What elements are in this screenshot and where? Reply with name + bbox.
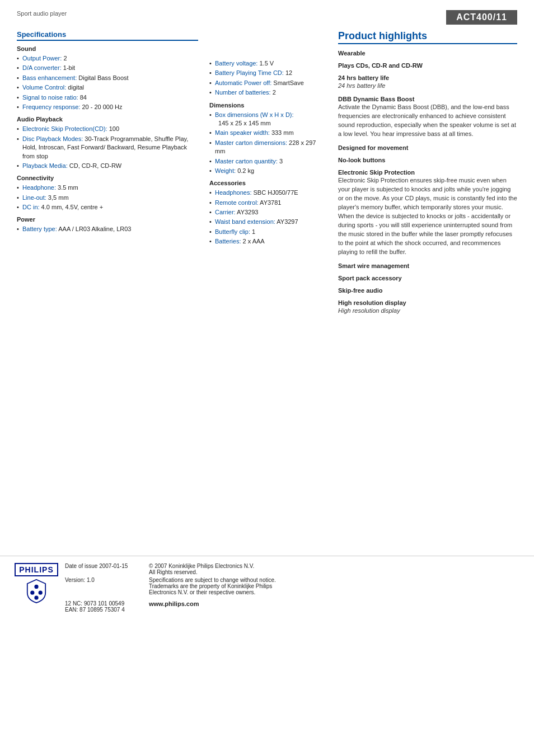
list-item: Headphone: 3.5 mm	[17, 184, 198, 192]
highlight-wire: Smart wire management	[338, 262, 517, 269]
footer-version-label: Version: 1.0	[65, 577, 143, 595]
list-item: Battery Playing Time CD: 12	[209, 69, 321, 77]
list-item: Weight: 0.2 kg	[209, 167, 321, 175]
highlight-hires: High resolution display High resolution …	[338, 299, 517, 315]
highlight-esp: Electronic Skip Protection Electronic Sk…	[338, 169, 517, 256]
highlight-heading: Designed for movement	[338, 144, 517, 151]
list-item: Master carton dimensions: 228 x 297 mm	[209, 139, 321, 156]
list-item: Volume Control: digital	[17, 83, 198, 92]
highlight-heading: Wearable	[338, 50, 517, 57]
accessories-list: Headphones: SBC HJ050/77E Remote control…	[209, 189, 321, 246]
philips-wordmark: PHILIPS	[15, 563, 58, 576]
highlight-heading: No-look buttons	[338, 157, 517, 163]
list-item: D/A converter: 1-bit	[17, 64, 198, 72]
audio-playback-title: Audio Playback	[17, 116, 198, 123]
list-item: Remote control: AY3781	[209, 199, 321, 207]
list-item: Battery voltage: 1.5 V	[209, 59, 321, 68]
list-item: Batteries: 2 x AAA	[209, 237, 321, 246]
page-container: Sport audio player ACT400/11 Specificati…	[0, 0, 534, 756]
footer-logo: PHILIPS	[17, 563, 56, 604]
highlight-heading: Skip-free audio	[338, 287, 517, 294]
list-item: Butterfly clip: 1	[209, 228, 321, 236]
highlight-heading: DBB Dynamic Bass Boost	[338, 96, 517, 102]
list-item: Waist band extension: AY3297	[209, 218, 321, 226]
highlight-italic: 24 hrs battery life	[338, 82, 517, 90]
list-item: Bass enhancement: Digital Bass Boost	[17, 74, 198, 82]
highlight-heading: 24 hrs battery life	[338, 74, 517, 81]
highlight-heading: Smart wire management	[338, 262, 517, 269]
highlights-title: Product highlights	[338, 30, 517, 44]
footer-copyright: © 2007 Koninklijke Philips Electronics N…	[149, 563, 517, 575]
power-title: Power	[17, 216, 198, 223]
footer-date-label: Date of issue 2007-01-15	[65, 563, 143, 575]
list-item: Headphones: SBC HJ050/77E	[209, 189, 321, 197]
footer-info: Date of issue 2007-01-15 © 2007 Koninkli…	[65, 563, 517, 613]
power-right-list: Battery voltage: 1.5 V Battery Playing T…	[209, 59, 321, 97]
middle-column: Battery voltage: 1.5 V Battery Playing T…	[209, 30, 321, 321]
list-item: Battery type: AAA / LR03 Alkaline, LR03	[17, 225, 198, 233]
svg-point-1	[30, 591, 34, 595]
highlight-battery: 24 hrs battery life 24 hrs battery life	[338, 74, 517, 90]
list-item: Output Power: 2	[17, 54, 198, 63]
dimensions-title: Dimensions	[209, 102, 321, 109]
highlight-heading: Electronic Skip Protection	[338, 169, 517, 176]
page-title: Sport audio player	[17, 10, 67, 17]
power-list: Battery type: AAA / LR03 Alkaline, LR03	[17, 225, 198, 233]
highlight-desc: Electronic Skip Protection ensures skip-…	[338, 176, 517, 256]
highlight-wearable: Wearable	[338, 50, 517, 57]
highlight-desc: Activate the Dynamic Bass Boost (DBB), a…	[338, 103, 517, 139]
accessories-title: Accessories	[209, 180, 321, 186]
footer-specs-note: Specifications are subject to change wit…	[149, 577, 517, 595]
list-item: Automatic Power off: SmartSave	[209, 79, 321, 87]
highlight-plays-cds: Plays CDs, CD-R and CD-RW	[338, 62, 517, 69]
list-item: Master carton quantity: 3	[209, 157, 321, 166]
header-bar: Sport audio player ACT400/11	[0, 0, 534, 25]
audio-playback-list: Electronic Skip Protection(CD): 100 Disc…	[17, 125, 198, 170]
philips-logo: PHILIPS	[17, 563, 56, 604]
model-badge: ACT400/11	[446, 10, 517, 25]
list-item: Signal to noise ratio: 84	[17, 93, 198, 102]
highlight-nolook: No-look buttons	[338, 157, 517, 163]
connectivity-title: Connectivity	[17, 175, 198, 181]
list-item: Disc Playback Modes: 30-Track Programmab…	[17, 135, 198, 161]
list-item: DC in: 4.0 mm, 4.5V, centre +	[17, 203, 198, 212]
dimensions-list: Box dimensions (W x H x D): 145 x 25 x 1…	[209, 111, 321, 176]
svg-point-3	[34, 596, 38, 600]
list-item: Main speaker width: 333 mm	[209, 129, 321, 137]
highlight-sport-pack: Sport pack accessory	[338, 275, 517, 281]
highlight-movement: Designed for movement	[338, 144, 517, 151]
right-column: Product highlights Wearable Plays CDs, C…	[332, 30, 517, 321]
list-item: Line-out: 3,5 mm	[17, 194, 198, 202]
list-item: Box dimensions (W x H x D): 145 x 25 x 1…	[209, 111, 321, 128]
svg-point-0	[34, 585, 38, 589]
highlight-italic: High resolution display	[338, 307, 517, 315]
main-content: Specifications Sound Output Power: 2 D/A…	[0, 25, 534, 321]
highlight-dbb: DBB Dynamic Bass Boost Activate the Dyna…	[338, 96, 517, 139]
list-item: Playback Media: CD, CD-R, CD-RW	[17, 162, 198, 170]
highlight-heading: Sport pack accessory	[338, 275, 517, 281]
specs-title: Specifications	[17, 30, 198, 41]
highlight-heading: Plays CDs, CD-R and CD-RW	[338, 62, 517, 69]
list-item: Frequency response: 20 - 20 000 Hz	[17, 103, 198, 111]
left-column: Specifications Sound Output Power: 2 D/A…	[17, 30, 198, 321]
highlight-heading: High resolution display	[338, 299, 517, 306]
highlight-skip-free: Skip-free audio	[338, 287, 517, 294]
philips-shield-icon	[25, 579, 48, 604]
list-item: Carrier: AY3293	[209, 208, 321, 217]
footer-nc-ean: 12 NC: 9073 101 00549 EAN: 87 10895 7530…	[65, 600, 143, 613]
connectivity-list: Headphone: 3.5 mm Line-out: 3,5 mm DC in…	[17, 184, 198, 212]
svg-point-2	[39, 591, 43, 595]
sound-title: Sound	[17, 45, 198, 52]
footer-website: www.philips.com	[149, 600, 517, 613]
footer: PHILIPS Date of issue 2007-01-15 © 2007 …	[0, 556, 534, 619]
sound-list: Output Power: 2 D/A converter: 1-bit Bas…	[17, 54, 198, 111]
list-item: Electronic Skip Protection(CD): 100	[17, 125, 198, 133]
list-item: Number of batteries: 2	[209, 88, 321, 97]
